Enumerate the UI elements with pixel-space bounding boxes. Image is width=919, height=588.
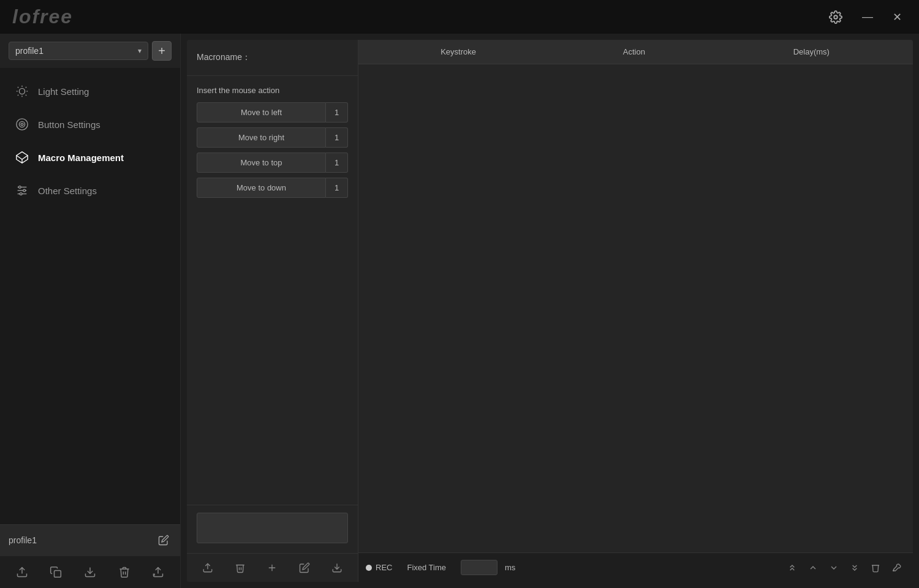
move-to-left-value: 1 [326,102,348,123]
profile-dropdown-area: profile1 ▾ + [0,34,180,68]
macro-edit-button[interactable] [295,559,314,577]
sidebar-item-label: Macro Management [38,153,124,163]
list-item: Move to down 1 [197,178,348,198]
list-item: Move to right 1 [197,127,348,148]
gamepad-icon [15,117,29,132]
move-to-down-button[interactable]: Move to down [197,178,326,198]
move-to-down-value: 1 [326,178,348,198]
move-to-right-value: 1 [326,127,348,148]
move-down-button[interactable] [825,560,843,576]
svg-point-1 [19,88,25,94]
delete-button[interactable] [115,562,134,582]
macro-textarea-area [187,505,358,553]
cube-icon [15,150,29,165]
profile-name-display: profile1 [9,535,37,545]
keystroke-column-header: Keystroke [358,40,558,64]
bottom-bar-tools [783,560,906,576]
macro-left-toolbar [187,553,358,582]
sidebar-item-other-settings[interactable]: Other Settings [4,175,176,206]
main-layout: profile1 ▾ + [0,34,919,588]
settings-button[interactable] [824,8,847,26]
rec-dot-icon [366,565,372,571]
format-button[interactable] [887,560,906,576]
sliders-icon [15,183,29,198]
profile-select-dropdown[interactable]: profile1 ▾ [9,42,148,60]
copy-button[interactable] [46,562,66,582]
move-up-button[interactable] [804,560,822,576]
jump-to-top-button[interactable] [783,560,801,576]
svg-point-11 [19,121,25,127]
svg-point-19 [23,189,26,192]
close-button[interactable]: ✕ [888,8,907,26]
sidebar: profile1 ▾ + [0,34,181,588]
jump-to-bottom-button[interactable] [845,560,864,576]
sidebar-item-macro-management[interactable]: Macro Management [4,141,176,173]
macro-export-button[interactable] [328,559,346,577]
minimize-button[interactable]: — [857,8,878,26]
chevron-down-icon: ▾ [138,47,142,55]
svg-point-18 [19,186,21,189]
bulb-icon [15,84,29,99]
macro-import-button[interactable] [199,559,217,577]
macroname-row: Macroname： [187,40,358,76]
table-delete-button[interactable] [866,560,885,576]
svg-line-9 [26,87,26,88]
macro-text-input[interactable] [197,513,348,543]
title-bar-controls: — ✕ [824,8,907,26]
insert-title: Insert the mouse action [197,86,348,95]
delay-column-header: Delay(ms) [710,40,913,64]
app-window: Lofree — ✕ profile1 [0,0,919,588]
svg-point-0 [834,15,838,19]
svg-point-10 [17,119,28,130]
keystroke-table: Keystroke Action Delay(ms) [358,40,913,64]
macro-delete-button[interactable] [231,559,249,577]
list-item: Move to left 1 [197,102,348,123]
bottom-bar: REC Fixed Time ms [358,552,913,582]
action-column-header: Action [558,40,709,64]
svg-line-4 [18,87,18,88]
svg-point-12 [21,123,23,126]
sidebar-item-label: Other Settings [38,186,97,196]
move-to-top-button[interactable]: Move to top [197,153,326,173]
svg-line-8 [18,95,18,96]
import-button[interactable] [12,562,32,582]
macro-right-panel: Keystroke Action Delay(ms) [358,40,913,582]
content-area: Macroname： Insert the mouse action Move … [187,40,913,582]
table-scroll-area [358,64,913,552]
macroname-label: Macroname： [197,52,251,63]
sidebar-item-light-setting[interactable]: Light Setting [4,75,176,107]
sidebar-item-label: Button Settings [38,119,100,130]
add-profile-button[interactable]: + [152,41,172,61]
macro-add-button[interactable] [263,559,281,577]
ms-unit-label: ms [505,563,515,572]
svg-line-5 [26,95,26,96]
list-item: Move to top 1 [197,153,348,173]
edit-profile-button[interactable] [156,532,172,548]
title-bar: Lofree — ✕ [0,0,919,34]
macro-left-panel: Macroname： Insert the mouse action Move … [187,40,358,582]
export-button[interactable] [148,562,168,582]
fixed-time-label: Fixed Time [399,563,453,572]
svg-point-20 [20,193,22,195]
sidebar-item-button-settings[interactable]: Button Settings [4,108,176,140]
macro-editor: Macroname： Insert the mouse action Move … [187,40,913,582]
svg-rect-22 [55,571,61,578]
rec-indicator: REC [366,563,392,572]
export-import-button[interactable] [80,562,100,582]
move-to-top-value: 1 [326,153,348,173]
ms-value-input[interactable] [461,560,497,575]
profile-selector: profile1 ▾ + [9,41,172,61]
macro-insert-section: Insert the mouse action Move to left 1 M… [187,76,358,505]
sidebar-profile-bar: profile1 [0,524,180,556]
sidebar-item-label: Light Setting [38,86,89,97]
rec-label: REC [376,563,392,572]
sidebar-bottom-toolbar [0,556,180,588]
move-to-left-button[interactable]: Move to left [197,102,326,123]
app-logo: Lofree [12,6,73,28]
sidebar-nav: Light Setting Button Settings [0,68,180,524]
profile-select-text: profile1 [15,46,138,56]
mouse-action-grid: Move to left 1 Move to right 1 Move to t… [197,102,348,198]
move-to-right-button[interactable]: Move to right [197,127,326,148]
